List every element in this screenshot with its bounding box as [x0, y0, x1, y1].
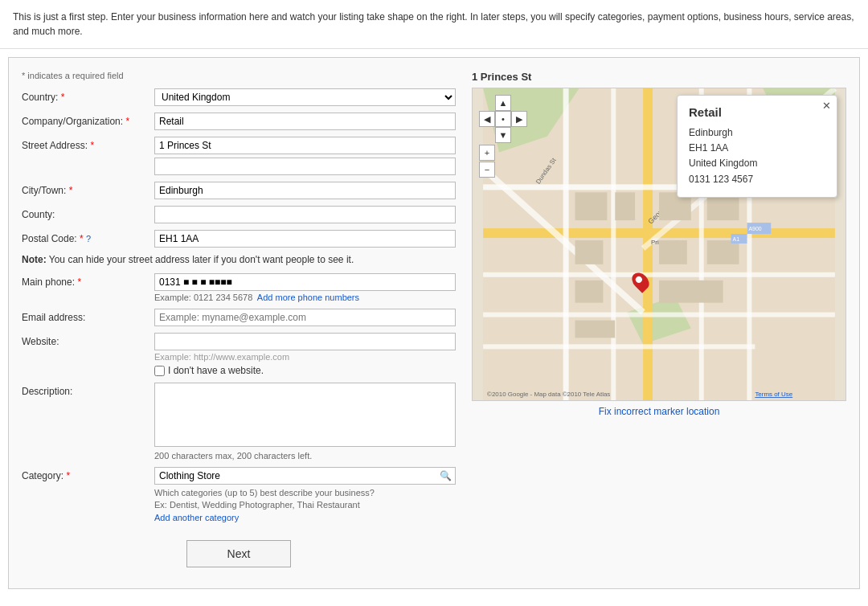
website-input[interactable]: [154, 333, 456, 350]
website-field-wrap: Example: http://www.example.com I don't …: [154, 333, 456, 376]
category-input-wrap: 🔍: [154, 467, 456, 485]
svg-rect-7: [483, 272, 835, 277]
nav-empty-bl: [479, 127, 495, 143]
city-input[interactable]: [154, 182, 456, 199]
intro-text: This is just a first step. Enter your bu…: [0, 0, 868, 49]
county-input[interactable]: [154, 206, 456, 223]
postal-field: [154, 230, 456, 248]
description-label: Description:: [22, 383, 154, 397]
form-panel: * indicates a required field Country: * …: [22, 71, 456, 575]
fix-location-link[interactable]: Fix incorrect marker location: [472, 406, 846, 417]
county-row: County:: [22, 206, 456, 223]
popup-address: Edinburgh EH1 1AA United Kingdom 0131 12…: [689, 125, 825, 187]
county-label: County:: [22, 206, 154, 220]
map-panel: 1 Princes St: [472, 71, 846, 575]
svg-rect-28: [575, 321, 616, 338]
city-field: [154, 182, 456, 199]
category-hint-1: Which categories (up to 5) best describe…: [154, 487, 456, 499]
svg-rect-24: [659, 240, 687, 264]
nav-left-button[interactable]: ◀: [479, 111, 495, 127]
country-row: Country: * United Kingdom: [22, 88, 456, 106]
street-label: Street Address: *: [22, 137, 154, 151]
category-required: *: [66, 470, 70, 481]
next-button-row: Next: [22, 540, 456, 575]
website-label: Website:: [22, 333, 154, 347]
country-select[interactable]: United Kingdom: [154, 88, 456, 106]
email-row: Email address:: [22, 309, 456, 326]
svg-rect-9: [483, 344, 755, 349]
category-label: Category: *: [22, 467, 154, 481]
postal-input[interactable]: [154, 230, 456, 248]
category-hint-2: Ex: Dentist, Wedding Photographer, Thai …: [154, 499, 456, 511]
note-label: Note:: [22, 254, 47, 265]
country-label: Country: *: [22, 88, 154, 103]
country-required: *: [61, 92, 65, 103]
phone-required: *: [77, 276, 81, 288]
email-input[interactable]: [154, 309, 456, 326]
next-button[interactable]: Next: [186, 540, 292, 567]
popup-close-button[interactable]: ✕: [822, 100, 831, 112]
postal-row: Postal Code: * ?: [22, 230, 456, 248]
category-input[interactable]: [154, 467, 456, 485]
svg-text:©2010 Google - Map data ©2010 : ©2010 Google - Map data ©2010 Tele Atlas: [487, 391, 610, 398]
svg-rect-27: [659, 280, 723, 303]
county-field: [154, 206, 456, 223]
popup-line3: United Kingdom: [689, 156, 825, 171]
svg-rect-21: [575, 240, 604, 264]
company-field: [154, 113, 456, 130]
nav-center-button[interactable]: •: [495, 111, 511, 127]
company-required: *: [125, 116, 129, 127]
intro-text-content: This is just a first step. Enter your bu…: [13, 11, 854, 37]
map-address-title: 1 Princes St: [472, 71, 846, 83]
company-label: Company/Organization: *: [22, 113, 154, 127]
popup-line1: Edinburgh: [689, 125, 825, 141]
popup-line4: 0131 123 4567: [689, 172, 825, 187]
svg-text:A900: A900: [748, 226, 761, 231]
country-field: United Kingdom: [154, 88, 456, 106]
nav-empty-tl: [479, 95, 495, 111]
add-phone-link[interactable]: Add more phone numbers: [257, 293, 359, 302]
category-hint: Which categories (up to 5) best describe…: [154, 487, 456, 524]
map-container[interactable]: George St Princes St Dundas St A900 A1: [472, 88, 846, 401]
street-row: Street Address: *: [22, 137, 456, 175]
no-website-row: I don't have a website.: [154, 365, 456, 376]
no-website-label: I don't have a website.: [168, 365, 264, 376]
svg-rect-8: [483, 313, 835, 317]
street-input-2[interactable]: [154, 158, 456, 175]
postal-help-icon[interactable]: ?: [86, 234, 91, 244]
svg-rect-20: [615, 192, 635, 220]
popup-title: Retail: [689, 105, 825, 119]
city-label: City/Town: *: [22, 182, 154, 196]
street-field: [154, 137, 456, 175]
phone-hint: Example: 0121 234 5678 Add more phone nu…: [154, 293, 456, 302]
city-row: City/Town: *: [22, 182, 456, 199]
map-marker: [633, 272, 648, 291]
phone-label: Main phone: *: [22, 273, 154, 288]
website-row: Website: Example: http://www.example.com…: [22, 333, 456, 376]
map-popup: ✕ Retail Edinburgh EH1 1AA United Kingdo…: [677, 95, 837, 198]
svg-rect-11: [611, 88, 616, 400]
main-container: * indicates a required field Country: * …: [8, 57, 860, 589]
no-website-checkbox[interactable]: [154, 366, 165, 376]
note-text: You can hide your street address later i…: [49, 254, 354, 265]
street-input-1[interactable]: [154, 137, 456, 154]
nav-right-button[interactable]: ▶: [511, 111, 527, 127]
nav-empty-tr: [511, 95, 527, 111]
nav-down-button[interactable]: ▼: [495, 127, 511, 143]
zoom-out-button[interactable]: −: [479, 162, 495, 178]
phone-field: Example: 0121 234 5678 Add more phone nu…: [154, 273, 456, 302]
phone-input[interactable]: [154, 273, 456, 291]
popup-line2: EH1 1AA: [689, 141, 825, 156]
required-note: * indicates a required field: [22, 71, 456, 80]
company-input[interactable]: [154, 113, 456, 130]
svg-text:Terms of Use: Terms of Use: [755, 391, 792, 398]
city-required: *: [69, 185, 73, 196]
description-textarea[interactable]: [154, 383, 456, 447]
nav-up-button[interactable]: ▲: [495, 95, 511, 111]
phone-row: Main phone: * Example: 0121 234 5678 Add…: [22, 273, 456, 302]
add-category-link[interactable]: Add another category: [154, 513, 239, 522]
website-example: Example: http://www.example.com: [154, 352, 456, 362]
postal-required: *: [80, 233, 84, 244]
zoom-in-button[interactable]: +: [479, 145, 495, 161]
map-controls: ▲ ◀ • ▶ ▼ + −: [479, 95, 527, 180]
